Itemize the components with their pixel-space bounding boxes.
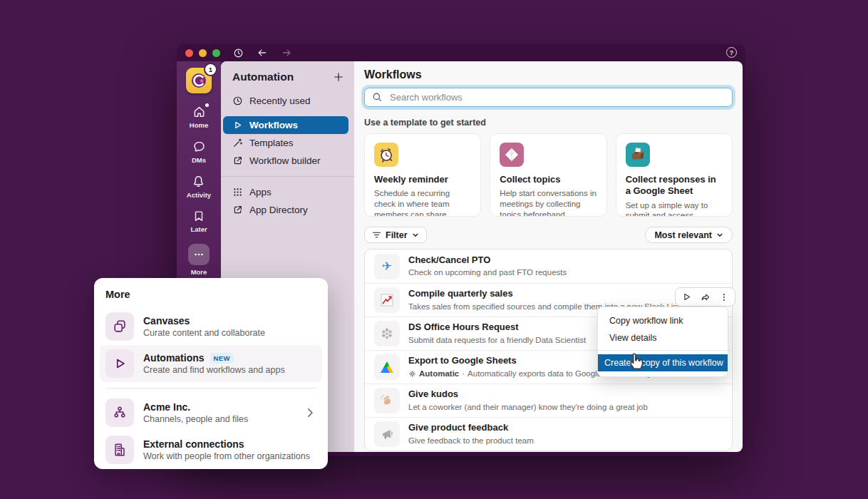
sidebar-divider (221, 176, 354, 177)
more-popup: More Canvases Curate content and collabo… (94, 278, 328, 469)
menu-item-copy-workflow-link[interactable]: Copy workflow link (598, 312, 728, 329)
rail-item-more[interactable]: More (188, 244, 210, 276)
sidebar-item-workflows[interactable]: Workflows (223, 116, 348, 134)
chart-increasing-icon (374, 287, 400, 313)
sidebar-item-workflow-builder[interactable]: Workflow builder (221, 152, 354, 170)
building-icon (105, 436, 134, 464)
automations-play-icon (105, 349, 134, 378)
rail-item-home[interactable]: Home (190, 105, 208, 129)
more-popup-title: More (105, 289, 316, 300)
pinwheel-icon (374, 321, 400, 346)
workflow-row-give-kudos[interactable]: Give kudos Let a coworker (and their man… (365, 384, 732, 417)
hand-cursor (627, 351, 646, 373)
chevron-down-icon (716, 232, 723, 239)
menu-item-view-details[interactable]: View details (598, 329, 728, 346)
more-item-automations[interactable]: Automations NEW Create and find workflow… (100, 345, 322, 382)
filter-row: Filter Most relevant (364, 227, 733, 243)
apps-grid-icon (232, 187, 243, 197)
notification-badge: 1 (205, 64, 216, 75)
rail-item-activity[interactable]: Activity (187, 175, 211, 199)
forward-arrow-icon[interactable] (281, 48, 292, 58)
gear-icon (408, 370, 416, 378)
more-item-acme-inc[interactable]: Acme Inc. Channels, people and files (100, 394, 322, 431)
clock-icon (232, 96, 243, 106)
ballot-box-icon (626, 143, 650, 167)
more-options-button[interactable] (715, 289, 732, 304)
google-drive-icon (374, 354, 400, 380)
sidebar-item-templates[interactable]: Templates (221, 134, 354, 152)
sidebar-title: Automation (232, 71, 294, 83)
alarm-clock-icon (374, 143, 398, 167)
workflow-row-give-product-feedback[interactable]: Give product feedback Give feedback to t… (365, 417, 732, 451)
workspace-switcher-button[interactable]: 1 (186, 68, 212, 93)
workflow-context-menu: Copy workflow link View details Create a… (597, 307, 728, 377)
organization-icon (105, 398, 134, 427)
megaphone-icon (374, 421, 400, 447)
more-options-icon (188, 244, 210, 265)
back-arrow-icon[interactable] (257, 48, 268, 58)
minimize-window-button[interactable] (199, 49, 207, 57)
bell-icon (192, 175, 205, 188)
template-cards: Weekly reminder Schedule a recurring che… (364, 133, 733, 217)
new-automation-button[interactable] (333, 71, 344, 83)
workflow-row-check-cancel-pto[interactable]: ✈ Check/Cancel PTO Check on upcoming and… (365, 250, 732, 283)
play-icon (681, 292, 692, 302)
workflows-main: Workflows Use a template to get started (354, 61, 743, 452)
new-badge: NEW (210, 353, 234, 364)
paper-note-icon (500, 143, 524, 167)
history-icon[interactable] (233, 48, 244, 58)
home-icon (192, 105, 206, 118)
share-icon (700, 292, 711, 303)
external-link-icon (232, 155, 243, 166)
close-window-button[interactable] (185, 49, 193, 57)
search-icon (372, 92, 383, 103)
titlebar: ? (177, 44, 745, 61)
canvases-icon (105, 312, 134, 341)
play-icon (232, 120, 243, 130)
template-card-weekly-reminder[interactable]: Weekly reminder Schedule a recurring che… (364, 133, 481, 217)
search-bar (364, 88, 733, 107)
template-card-collect-responses[interactable]: Collect responses in a Google Sheet Set … (616, 133, 733, 217)
external-link-icon (232, 205, 243, 215)
sort-button[interactable]: Most relevant (645, 227, 733, 243)
template-card-collect-topics[interactable]: Collect topics Help start conversations … (490, 133, 606, 217)
more-item-external-connections[interactable]: External connections Work with people fr… (100, 431, 322, 468)
filter-icon (372, 230, 381, 240)
maximize-window-button[interactable] (212, 49, 220, 57)
chevron-down-icon (412, 232, 419, 239)
search-input[interactable] (388, 91, 725, 103)
sidebar-item-recently-used[interactable]: Recently used (221, 92, 354, 110)
sidebar-item-apps[interactable]: Apps (221, 183, 354, 201)
home-unread-dot (205, 103, 209, 107)
magic-wand-icon (232, 138, 243, 148)
more-item-canvases[interactable]: Canvases Curate content and collaborate (100, 308, 322, 345)
workflow-hover-actions (675, 287, 735, 307)
chevron-right-icon (304, 406, 316, 419)
airplane-icon: ✈ (374, 254, 400, 279)
run-workflow-button[interactable] (678, 289, 695, 304)
menu-item-create-copy[interactable]: Create a copy of this workflow (598, 354, 728, 371)
filter-button[interactable]: Filter (364, 227, 427, 243)
dms-icon (192, 140, 206, 153)
popup-divider (105, 388, 316, 389)
templates-heading: Use a template to get started (364, 118, 733, 128)
clapping-hands-icon (374, 388, 400, 413)
vertical-dots-icon (719, 292, 729, 302)
help-icon[interactable]: ? (726, 47, 737, 58)
rail-item-dms[interactable]: DMs (192, 140, 206, 164)
menu-divider (598, 350, 728, 351)
share-workflow-button[interactable] (697, 289, 713, 304)
rail-item-later[interactable]: Later (190, 210, 207, 233)
bookmark-icon (192, 210, 205, 222)
page-title: Workflows (364, 68, 733, 81)
sidebar-item-app-directory[interactable]: App Directory (221, 201, 354, 219)
